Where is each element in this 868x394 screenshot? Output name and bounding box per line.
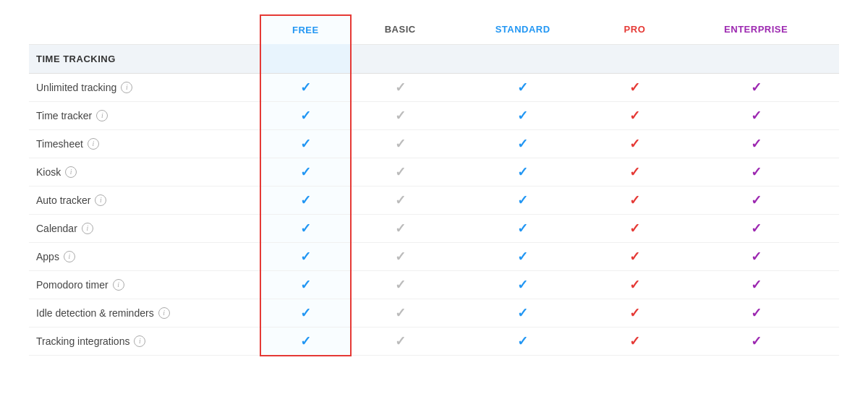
pro-check-cell: ✓ xyxy=(597,73,673,101)
free-check-cell: ✓ xyxy=(260,158,351,186)
check-icon: ✓ xyxy=(395,249,406,264)
basic-check-cell: ✓ xyxy=(351,186,449,214)
enterprise-check-cell: ✓ xyxy=(673,73,839,101)
standard-check-cell: ✓ xyxy=(449,270,597,299)
free-label: FREE xyxy=(292,25,319,35)
basic-check-cell: ✓ xyxy=(351,242,449,270)
comparison-table: FREE BASIC STANDARD PRO ENTERPRISE TIME xyxy=(29,14,839,356)
check-icon: ✓ xyxy=(395,108,406,123)
feature-label: Pomodoro timer xyxy=(36,279,109,291)
check-icon: ✓ xyxy=(300,80,311,95)
feature-label: Unlimited tracking xyxy=(36,82,116,93)
check-icon: ✓ xyxy=(751,108,762,123)
free-check-cell: ✓ xyxy=(260,101,351,129)
standard-check-cell: ✓ xyxy=(449,101,597,129)
check-icon: ✓ xyxy=(300,137,311,151)
feature-label: Auto tracker xyxy=(36,194,90,206)
check-icon: ✓ xyxy=(629,278,640,292)
pro-check-cell: ✓ xyxy=(597,101,673,129)
info-icon[interactable]: i xyxy=(121,82,132,93)
info-icon[interactable]: i xyxy=(158,307,170,319)
basic-check-cell: ✓ xyxy=(351,270,449,299)
pro-check-cell: ✓ xyxy=(597,299,673,327)
check-icon: ✓ xyxy=(517,278,528,292)
feature-name-cell: Calendar i xyxy=(29,214,260,242)
standard-check-cell: ✓ xyxy=(449,242,597,270)
pro-label: PRO xyxy=(624,24,646,35)
check-icon: ✓ xyxy=(395,193,406,207)
standard-check-cell: ✓ xyxy=(449,214,597,242)
check-icon: ✓ xyxy=(751,221,762,236)
check-icon: ✓ xyxy=(395,221,406,236)
section-standard-cell xyxy=(449,44,597,73)
check-icon: ✓ xyxy=(751,334,762,348)
feature-label: Calendar xyxy=(36,223,77,234)
feature-label: Kiosk xyxy=(36,166,61,178)
info-icon[interactable]: i xyxy=(82,223,93,234)
feature-name-cell: Auto tracker i xyxy=(29,186,260,214)
check-icon: ✓ xyxy=(751,193,762,207)
section-free-cell xyxy=(260,44,351,73)
info-icon[interactable]: i xyxy=(134,335,145,347)
check-icon: ✓ xyxy=(751,137,762,151)
enterprise-check-cell: ✓ xyxy=(673,270,839,299)
basic-label: BASIC xyxy=(385,24,416,35)
table-row: Unlimited tracking i ✓✓✓✓✓ xyxy=(29,73,839,101)
header-feature-col xyxy=(29,15,260,44)
feature-name-cell: Time tracker i xyxy=(29,101,260,129)
info-icon[interactable]: i xyxy=(65,166,77,178)
check-icon: ✓ xyxy=(517,306,528,320)
free-check-cell: ✓ xyxy=(260,242,351,270)
enterprise-check-cell: ✓ xyxy=(673,327,839,356)
header-standard-col: STANDARD xyxy=(449,15,597,44)
check-icon: ✓ xyxy=(629,80,640,95)
enterprise-check-cell: ✓ xyxy=(673,242,839,270)
info-icon[interactable]: i xyxy=(88,138,99,150)
info-icon[interactable]: i xyxy=(113,279,124,291)
table-row: Timesheet i ✓✓✓✓✓ xyxy=(29,129,839,158)
enterprise-label: ENTERPRISE xyxy=(724,24,788,35)
info-icon[interactable]: i xyxy=(64,251,75,262)
check-icon: ✓ xyxy=(751,306,762,320)
enterprise-check-cell: ✓ xyxy=(673,129,839,158)
check-icon: ✓ xyxy=(395,80,406,95)
basic-check-cell: ✓ xyxy=(351,327,449,356)
table-row: Pomodoro timer i ✓✓✓✓✓ xyxy=(29,270,839,299)
free-check-cell: ✓ xyxy=(260,270,351,299)
feature-name-cell: Idle detection & reminders i xyxy=(29,299,260,327)
header-basic-col: BASIC xyxy=(351,15,449,44)
standard-check-cell: ✓ xyxy=(449,129,597,158)
check-icon: ✓ xyxy=(300,249,311,264)
check-icon: ✓ xyxy=(300,306,311,320)
header-enterprise-col: ENTERPRISE xyxy=(673,15,839,44)
table-row: Apps i ✓✓✓✓✓ xyxy=(29,242,839,270)
free-check-cell: ✓ xyxy=(260,129,351,158)
table-row: Tracking integrations i ✓✓✓✓✓ xyxy=(29,327,839,356)
check-icon: ✓ xyxy=(300,108,311,123)
pro-check-cell: ✓ xyxy=(597,214,673,242)
free-check-cell: ✓ xyxy=(260,214,351,242)
table-row: Idle detection & reminders i ✓✓✓✓✓ xyxy=(29,299,839,327)
section-enterprise-cell xyxy=(673,44,839,73)
table-row: Kiosk i ✓✓✓✓✓ xyxy=(29,158,839,186)
check-icon: ✓ xyxy=(300,334,311,348)
feature-name-cell: Tracking integrations i xyxy=(29,327,260,356)
check-icon: ✓ xyxy=(517,193,528,207)
feature-label: Tracking integrations xyxy=(36,335,129,347)
check-icon: ✓ xyxy=(517,221,528,236)
check-icon: ✓ xyxy=(629,108,640,123)
check-icon: ✓ xyxy=(751,165,762,179)
free-check-cell: ✓ xyxy=(260,327,351,356)
check-icon: ✓ xyxy=(395,137,406,151)
check-icon: ✓ xyxy=(395,334,406,348)
info-icon[interactable]: i xyxy=(96,110,108,121)
check-icon: ✓ xyxy=(517,165,528,179)
pro-check-cell: ✓ xyxy=(597,158,673,186)
free-check-cell: ✓ xyxy=(260,299,351,327)
feature-name-cell: Pomodoro timer i xyxy=(29,270,260,299)
check-icon: ✓ xyxy=(395,278,406,292)
basic-check-cell: ✓ xyxy=(351,73,449,101)
check-icon: ✓ xyxy=(751,80,762,95)
feature-label: Time tracker xyxy=(36,110,92,121)
info-icon[interactable]: i xyxy=(95,194,106,206)
